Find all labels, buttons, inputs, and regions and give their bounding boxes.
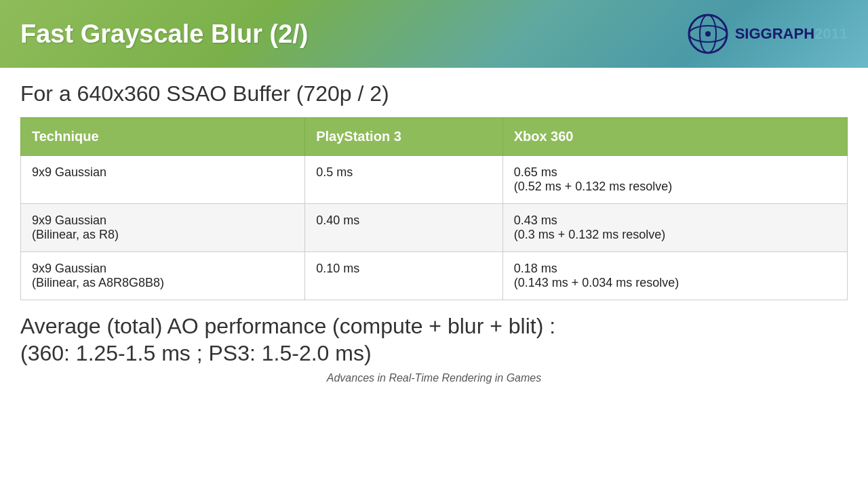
cell-xbox: 0.43 ms (0.3 ms + 0.132 ms resolve)	[502, 204, 847, 252]
col-header-xbox: Xbox 360	[502, 118, 847, 156]
svg-point-3	[705, 31, 711, 37]
cell-ps3: 0.10 ms	[305, 252, 502, 300]
table-header-row: Technique PlayStation 3 Xbox 360	[21, 118, 848, 156]
main-content: For a 640x360 SSAO Buffer (720p / 2) Tec…	[0, 68, 868, 391]
col-header-ps3: PlayStation 3	[305, 118, 502, 156]
cell-technique: 9x9 Gaussian (Bilinear, as R8)	[21, 204, 305, 252]
col-header-technique: Technique	[21, 118, 305, 156]
cell-ps3: 0.5 ms	[305, 156, 502, 204]
table-row: 9x9 Gaussian (Bilinear, as R8)0.40 ms0.4…	[21, 204, 848, 252]
siggraph-brand: SIGGRAPH2011	[735, 25, 848, 43]
siggraph-logo: SIGGRAPH2011	[686, 12, 848, 56]
slide-subtitle: For a 640x360 SSAO Buffer (720p / 2)	[20, 81, 848, 106]
cell-ps3: 0.40 ms	[305, 204, 502, 252]
cell-xbox: 0.18 ms (0.143 ms + 0.034 ms resolve)	[502, 252, 847, 300]
siggraph-name: SIGGRAPH	[735, 25, 814, 42]
performance-table: Technique PlayStation 3 Xbox 360 9x9 Gau…	[20, 117, 848, 300]
table-row: 9x9 Gaussian0.5 ms0.65 ms (0.52 ms + 0.1…	[21, 156, 848, 204]
siggraph-circle-icon	[686, 12, 730, 56]
table-row: 9x9 Gaussian (Bilinear, as A8R8G8B8)0.10…	[21, 252, 848, 300]
cell-technique: 9x9 Gaussian	[21, 156, 305, 204]
footnote: Advances in Real-Time Rendering in Games	[20, 372, 848, 384]
header: Fast Grayscale Blur (2/) SIGGRAPH2011	[0, 0, 868, 68]
cell-technique: 9x9 Gaussian (Bilinear, as A8R8G8B8)	[21, 252, 305, 300]
page-title: Fast Grayscale Blur (2/)	[20, 20, 309, 49]
cell-xbox: 0.65 ms (0.52 ms + 0.132 ms resolve)	[502, 156, 847, 204]
summary-text: Average (total) AO performance (compute …	[20, 312, 848, 367]
siggraph-year: 2011	[814, 25, 848, 42]
